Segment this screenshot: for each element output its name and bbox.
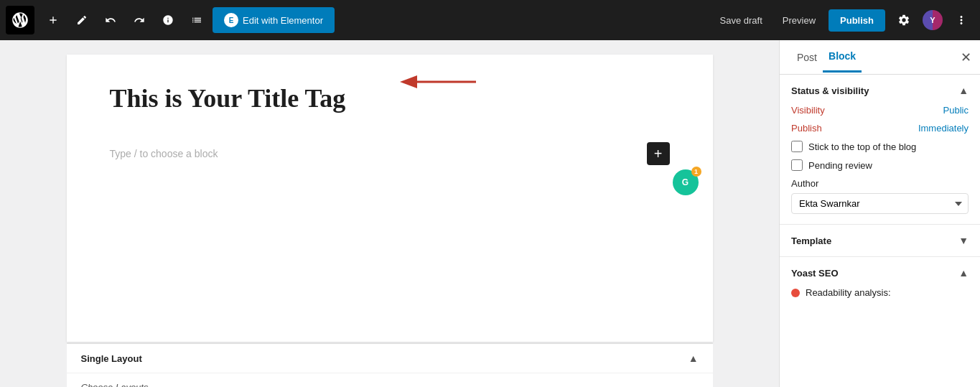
publish-label: Publish: [791, 123, 822, 134]
publish-row: Publish Immediately: [791, 123, 969, 134]
readability-label: Readability analysis:: [806, 287, 891, 298]
stick-top-checkbox[interactable]: [791, 141, 803, 152]
list-icon: [191, 14, 202, 26]
layout-section-header: Single Layout ▲: [67, 344, 713, 373]
template-toggle[interactable]: ▼: [958, 235, 969, 246]
pending-review-checkbox[interactable]: [791, 159, 803, 171]
readability-row: Readability analysis:: [791, 287, 969, 298]
author-select[interactable]: Ekta Swarnkar: [791, 193, 969, 214]
more-options-button[interactable]: [948, 7, 974, 33]
readability-status-dot: [791, 289, 800, 297]
placeholder-text: Type / to choose a block: [110, 148, 218, 159]
undo-icon: [105, 14, 116, 26]
yoast-toggle[interactable]: ▲: [958, 267, 969, 279]
elementor-icon-text: E: [229, 17, 234, 24]
layout-section: Single Layout ▲ Choose Layouts Set to bl…: [67, 343, 713, 387]
template-header[interactable]: Template ▼: [780, 225, 980, 256]
undo-button[interactable]: [98, 7, 123, 33]
info-button[interactable]: [155, 7, 181, 33]
author-field: Author Ekta Swarnkar: [791, 178, 969, 214]
tab-post[interactable]: Post: [791, 43, 823, 72]
gear-icon: [897, 14, 910, 27]
main-layout: This is Your Title Tag G 1 Type: [0, 40, 980, 387]
block-placeholder[interactable]: Type / to choose a block +: [110, 135, 670, 172]
stick-top-label: Stick to the top of the blog: [808, 141, 916, 152]
layout-body: Choose Layouts Set to blank so that the …: [67, 373, 713, 387]
grammarly-badge: 1: [691, 167, 701, 177]
grammarly-button[interactable]: G 1: [673, 169, 699, 195]
preview-button[interactable]: Preview: [775, 11, 823, 30]
wp-logo-icon: [11, 11, 29, 29]
plus-icon: [47, 14, 59, 26]
add-block-toolbar-button[interactable]: [40, 7, 66, 33]
yoast-header: Yoast SEO ▲: [791, 267, 969, 279]
grammarly-icon: G: [682, 177, 689, 187]
status-visibility-toggle[interactable]: ▲: [958, 85, 969, 96]
settings-button[interactable]: [891, 7, 917, 33]
right-sidebar: Post Block ✕ Status & visibility ▲ Visib…: [779, 40, 980, 387]
template-section: Template ▼: [780, 225, 980, 257]
tools-icon: [76, 14, 88, 26]
publish-button[interactable]: Publish: [829, 9, 885, 32]
author-label: Author: [791, 178, 969, 189]
status-visibility-title: Status & visibility: [791, 85, 869, 96]
stick-top-row: Stick to the top of the blog: [791, 141, 969, 152]
elementor-button-label: Edit with Elementor: [243, 15, 323, 26]
visibility-row: Visibility Public: [791, 105, 969, 116]
toolbar-right: Save draft Preview Publish Y: [713, 7, 974, 33]
sidebar-tabs: Post Block ✕: [780, 40, 980, 75]
editor-area: This is Your Title Tag G 1 Type: [0, 40, 779, 387]
choose-layouts-label: Choose Layouts: [81, 382, 699, 387]
yoast-icon[interactable]: Y: [923, 10, 943, 30]
edit-with-elementor-button[interactable]: E Edit with Elementor: [213, 7, 335, 33]
save-draft-button[interactable]: Save draft: [713, 11, 770, 30]
status-visibility-section: Status & visibility ▲ Visibility Public …: [780, 75, 980, 225]
yoast-title: Yoast SEO: [791, 268, 839, 279]
close-sidebar-button[interactable]: ✕: [961, 51, 971, 64]
pending-review-label: Pending review: [808, 160, 872, 171]
post-title[interactable]: This is Your Title Tag: [110, 83, 670, 113]
tab-block[interactable]: Block: [823, 42, 862, 73]
visibility-value[interactable]: Public: [943, 105, 969, 116]
editor-content: This is Your Title Tag G 1 Type: [67, 55, 713, 342]
elementor-icon: E: [224, 13, 238, 27]
list-view-button[interactable]: [184, 7, 210, 33]
template-title: Template: [791, 236, 831, 246]
info-icon: [162, 14, 174, 26]
publish-value[interactable]: Immediately: [918, 123, 969, 134]
status-visibility-header: Status & visibility ▲: [791, 85, 969, 96]
redo-icon: [134, 14, 145, 26]
add-block-button[interactable]: +: [647, 142, 670, 165]
layout-toggle-button[interactable]: ▲: [689, 353, 699, 364]
wp-logo[interactable]: [6, 6, 34, 34]
main-toolbar: E Edit with Elementor Save draft Preview…: [0, 0, 980, 40]
pending-review-row: Pending review: [791, 159, 969, 171]
more-vertical-icon: [955, 14, 968, 27]
yoast-icon-text: Y: [930, 16, 935, 24]
yoast-section: Yoast SEO ▲ Readability analysis:: [780, 257, 980, 308]
tools-button[interactable]: [69, 7, 95, 33]
layout-section-title: Single Layout: [81, 353, 142, 364]
redo-button[interactable]: [126, 7, 152, 33]
visibility-label: Visibility: [791, 105, 825, 116]
